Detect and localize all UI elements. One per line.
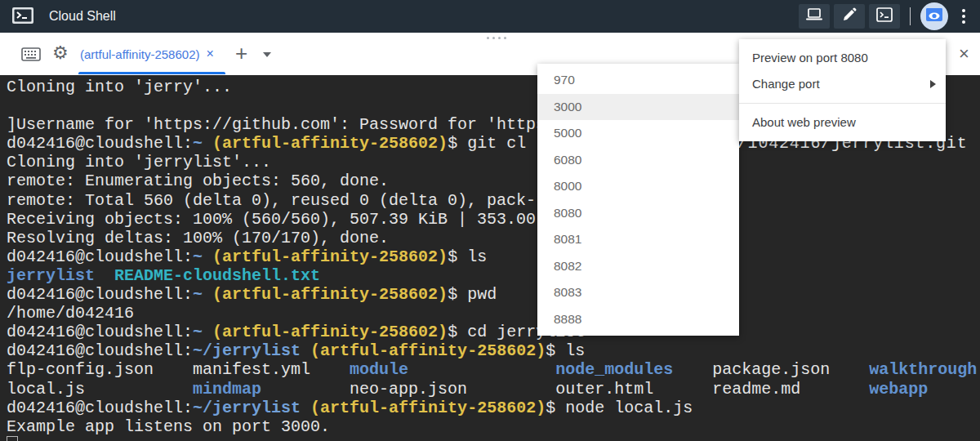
terminal-line: Receiving objects: 100% (560/560), 507.3… [7,210,980,229]
menu-item-about-web-preview[interactable]: About web preview [739,109,946,136]
port-option-970[interactable]: 970 [537,67,739,94]
new-tab-button[interactable]: + [235,41,247,66]
web-preview-icon [925,7,943,25]
port-option-3000[interactable]: 3000 [537,94,739,121]
terminal-line: jerrylist README-cloudshell.txt [7,266,980,285]
port-option-8082[interactable]: 8082 [537,253,739,280]
terminal-cursor [7,436,18,441]
terminal-line: Example app listens on port 3000. [7,417,980,436]
terminal-line: Cloning into 'jerrylist'... [7,153,980,172]
terminal-line: remote: Total 560 (delta 0), reused 0 (d… [7,191,980,210]
terminal-line: Resolving deltas: 100% (170/170), done. [7,229,980,247]
terminal-line: d042416@cloudshell:~/jerrylist (artful-a… [7,399,980,417]
laptop-button[interactable] [799,4,830,29]
menu-item-change-port[interactable]: Change port [739,71,946,97]
port-option-8081[interactable]: 8081 [537,226,739,253]
change-port-submenu: 970300050006080800080808081808280838888 [537,64,739,336]
tab-close-icon[interactable]: × [206,47,213,61]
terminal-line: local.js mindmap neo-app.json outer.html… [7,380,980,399]
submenu-arrow-icon [930,80,936,88]
panel-close-icon[interactable]: × [959,43,969,65]
terminal-line: d042416@cloudshell:~ (artful-affinity-25… [7,323,980,341]
terminal-line: /home/d042416 [7,304,980,323]
port-option-8000[interactable]: 8000 [537,173,739,200]
cloud-shell-logo-icon [11,7,34,26]
port-option-8083[interactable]: 8083 [537,279,739,306]
pencil-icon [842,7,857,25]
terminal-line: remote: Enumerating objects: 560, done. [7,172,980,190]
panel-drag-handle[interactable] [487,37,506,39]
port-option-6080[interactable]: 6080 [537,147,739,174]
tab-artful-affinity[interactable]: (artful-affinity-258602) × [80,33,214,75]
laptop-icon [805,7,823,25]
edit-button[interactable] [834,4,865,29]
terminal-line: d042416@cloudshell:~ (artful-affinity-25… [7,285,980,304]
port-option-8080[interactable]: 8080 [537,200,739,227]
more-vert-icon [962,8,965,25]
header-divider [910,7,911,25]
terminal-line: d042416@cloudshell:~/jerrylist (artful-a… [7,341,980,360]
terminal-line: d042416@cloudshell:~ (artful-affinity-25… [7,247,980,266]
active-tab-underline [78,72,225,74]
terminal-line: flp-config.json manifest.yml module node… [7,360,980,379]
open-terminal-icon [876,7,893,25]
app-title: Cloud Shell [49,0,116,33]
cloud-shell-header: Cloud Shell [0,0,980,33]
menu-divider [739,103,946,104]
web-preview-button[interactable] [920,2,948,30]
keyboard-icon[interactable] [21,47,41,65]
tab-options-caret-icon[interactable] [263,52,271,57]
settings-gear-icon[interactable]: ⚙ [52,41,69,65]
tab-label: (artful-affinity-258602) [80,47,199,61]
more-options-button[interactable] [952,4,975,29]
open-terminal-button[interactable] [869,4,900,29]
web-preview-menu: Preview on port 8080Change portAbout web… [739,39,946,141]
menu-item-preview-on-port[interactable]: Preview on port 8080 [739,45,946,71]
port-option-5000[interactable]: 5000 [537,120,739,147]
port-option-8888[interactable]: 8888 [537,306,739,333]
